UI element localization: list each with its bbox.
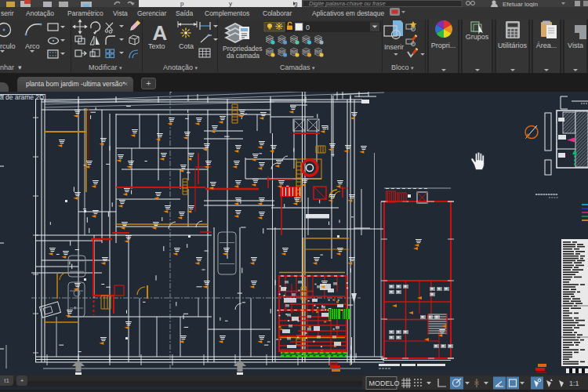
svg-text:MODELO: MODELO bbox=[369, 379, 400, 387]
svg-text:1:1: 1:1 bbox=[569, 379, 579, 387]
svg-text:Digite palavra-chave ou frase: Digite palavra-chave ou frase bbox=[309, 0, 386, 7]
svg-text:y: y bbox=[229, 0, 232, 7]
svg-text:p: p bbox=[180, 0, 184, 7]
svg-text:Efetuar login: Efetuar login bbox=[503, 1, 538, 8]
